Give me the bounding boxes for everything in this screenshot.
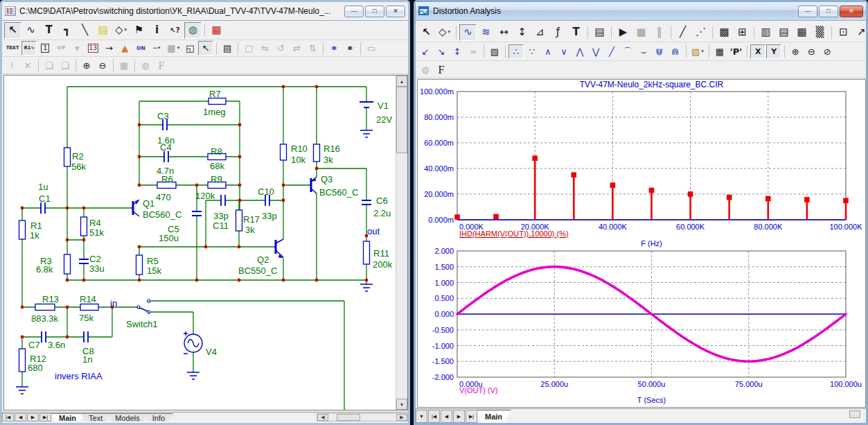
next-point-left-button[interactable]: ∴ <box>508 44 524 59</box>
bottom-envelope-button[interactable]: ⋓ <box>652 44 667 59</box>
help-mode-tool[interactable]: ↖? <box>166 22 184 39</box>
global-low-button[interactable]: ⌣ <box>636 44 651 59</box>
shape-tools-dropdown-icon[interactable]: ▾ <box>448 25 451 40</box>
resistor-symbol[interactable] <box>281 144 287 160</box>
analysis-window-icon[interactable] <box>418 6 429 16</box>
horizontal-tag-button[interactable]: ↔ <box>495 24 513 41</box>
schematic-canvas[interactable]: R71megC31.6nC44.7nR6470R868kR9120kR1010k… <box>4 76 396 410</box>
resistor-symbol[interactable] <box>81 217 87 236</box>
hatch-grid-button[interactable]: ▦ <box>793 24 811 41</box>
info-tool[interactable]: i <box>148 22 166 39</box>
scroll-right-button[interactable]: ▶ <box>396 414 407 421</box>
low-button[interactable]: ⋁ <box>588 44 603 59</box>
function-tag-button[interactable]: ƒ <box>549 24 567 41</box>
run-button[interactable]: ▶ <box>614 24 632 41</box>
schematic-titlebar[interactable]: C:\MC9\DATA\Petrov\switching distortion\… <box>2 2 408 21</box>
maximize-button[interactable]: □ <box>365 6 384 17</box>
maximize-button[interactable]: □ <box>819 6 838 17</box>
tab-models[interactable]: Models <box>107 413 148 422</box>
shape-tools-dropdown-icon[interactable]: ▾ <box>125 23 127 37</box>
wire-orthogonal-tool[interactable]: ┓ <box>58 22 76 39</box>
zoom-out-button[interactable]: ⊖ <box>95 58 110 73</box>
switch-contact[interactable] <box>148 311 150 313</box>
top-envelope-button[interactable]: ⋒ <box>668 44 683 59</box>
component-tool[interactable]: ▤ <box>94 22 112 39</box>
pin-current-toggle[interactable]: → <box>101 41 116 55</box>
properties-button[interactable]: ▤ <box>591 24 608 41</box>
minimize-button[interactable]: — <box>344 6 364 17</box>
resistor-symbol[interactable] <box>35 304 55 311</box>
scroll-down-button[interactable]: ▼ <box>396 399 407 410</box>
find-component-button[interactable]: ⚭ <box>326 41 342 55</box>
stem-marker[interactable] <box>454 214 460 220</box>
series-legend[interactable]: V(OUT) (V) <box>459 386 498 394</box>
switch-contact[interactable] <box>137 306 140 309</box>
periodic-steady-state-button[interactable]: 'P' <box>728 44 745 59</box>
performance-tag-button[interactable]: ⊿ <box>531 24 549 41</box>
stem-marker[interactable] <box>610 182 616 188</box>
properties-button[interactable]: ▤ <box>220 41 235 55</box>
point-mode-button[interactable]: ⋰ <box>692 24 709 41</box>
stem-marker[interactable] <box>649 188 655 193</box>
hatch-dots-button[interactable]: ▒ <box>811 24 829 41</box>
next-page-button[interactable]: ▶ <box>453 410 465 423</box>
stem-marker[interactable] <box>804 197 810 202</box>
cursor-mode-button[interactable]: ▨ <box>487 44 502 59</box>
switch-blade[interactable] <box>140 308 148 311</box>
global-high-button[interactable]: ⌒ <box>620 44 635 59</box>
hatch-horizontal-button[interactable]: ▤ <box>775 24 792 41</box>
resistor-symbol[interactable] <box>236 210 242 231</box>
stem-marker[interactable] <box>727 195 732 200</box>
wire-mode-tool[interactable]: ∿ <box>22 22 39 39</box>
scroll-up-button[interactable]: ▲ <box>396 76 407 87</box>
tab-main[interactable]: Main <box>477 410 511 423</box>
stem-marker[interactable] <box>843 198 849 203</box>
last-page-button[interactable]: ▶| <box>39 413 51 422</box>
prev-page-button[interactable]: ◀ <box>441 410 452 423</box>
inflection-button[interactable]: ╱ <box>604 44 619 59</box>
prev-page-button[interactable]: ◀ <box>15 413 26 422</box>
x-scale-button[interactable]: X <box>750 44 765 59</box>
next-page-button[interactable]: ▶ <box>27 413 39 422</box>
schematic-hscrollbar[interactable]: ◀ ▶ <box>317 413 408 422</box>
zoom-in-button[interactable]: ⊕ <box>788 44 803 59</box>
analysis-hscroll-thumb[interactable] <box>849 410 860 418</box>
cross-hair-cursor-toggle[interactable]: ↖ <box>198 41 213 55</box>
stem-marker[interactable] <box>765 196 771 202</box>
color-palette-button-dropdown-icon[interactable]: ▾ <box>701 44 704 59</box>
resistor-symbol[interactable] <box>64 148 71 166</box>
resistor-symbol[interactable] <box>19 349 26 372</box>
close-button[interactable]: ✕ <box>386 6 405 17</box>
series-legend[interactable]: IHD(HARM(V(OUT)),10000) (%) <box>459 229 569 238</box>
browse-web-tool[interactable]: ◍ <box>184 22 202 39</box>
resistor-symbol[interactable] <box>314 144 320 162</box>
hatch-vertical-button[interactable]: ▥ <box>757 24 774 41</box>
stem-marker[interactable] <box>532 155 538 161</box>
text-tool[interactable]: T <box>40 22 57 39</box>
next-point-right-button[interactable]: ∵ <box>524 44 540 59</box>
search-button[interactable]: ⚭ <box>342 41 357 55</box>
valley-button[interactable]: ∨ <box>556 44 572 59</box>
first-page-button[interactable]: |◀ <box>2 413 14 422</box>
border-toggle[interactable]: ◱ <box>182 41 197 55</box>
schematic-window-icon[interactable] <box>5 6 16 16</box>
node-numbers-toggle[interactable]: 1 <box>37 41 53 55</box>
switch-contact[interactable] <box>148 300 150 302</box>
hscroll-thumb[interactable] <box>337 414 360 421</box>
attribute-text-toggle[interactable]: R1∿ <box>21 41 37 55</box>
scope-mode-button[interactable]: ∿ <box>459 24 477 41</box>
stem-marker[interactable] <box>493 214 499 220</box>
minimize-button[interactable]: — <box>798 6 817 17</box>
current-display-toggle[interactable]: 13 <box>85 41 100 55</box>
waveform-list-button[interactable]: ≋ <box>477 24 495 41</box>
resistor-symbol[interactable] <box>80 304 98 311</box>
vscroll-thumb[interactable] <box>396 87 407 153</box>
first-page-button[interactable]: |◀ <box>428 410 440 423</box>
tab-main[interactable]: Main <box>51 413 85 422</box>
numeric-output-button[interactable]: ▦ <box>712 44 727 59</box>
resistor-symbol[interactable] <box>209 98 226 105</box>
data-points-button[interactable]: ▩ <box>716 24 733 41</box>
line-tool[interactable]: ╲ <box>76 22 94 39</box>
resistor-symbol[interactable] <box>64 254 71 274</box>
battery-symbol[interactable] <box>360 102 373 107</box>
